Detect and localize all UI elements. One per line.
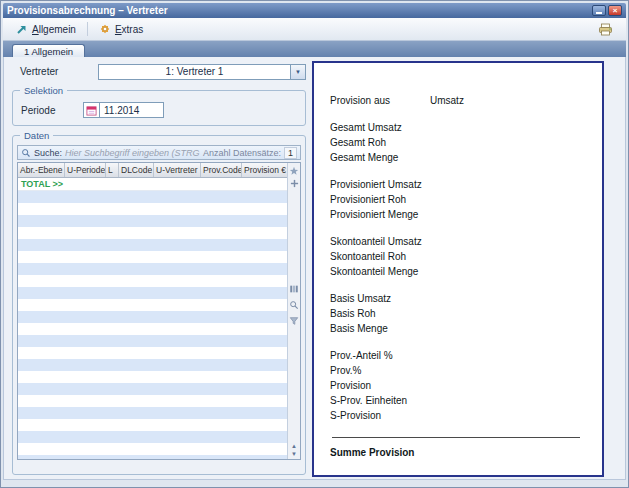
vertreter-row: Vertreter 1: Vertreter 1 ▼ [12, 63, 306, 80]
grid-side-toolbar: ▲ ▼ [287, 163, 300, 459]
search-label: Suche: [34, 148, 62, 158]
search-input[interactable] [65, 148, 200, 158]
daten-title: Daten [20, 130, 53, 141]
periode-row: Periode [13, 102, 305, 118]
close-button[interactable]: × [608, 5, 622, 16]
prov-prozent-label: Prov.% [330, 365, 430, 376]
add-row-button[interactable] [289, 178, 300, 189]
minimize-button[interactable] [592, 5, 606, 16]
calendar-icon [86, 105, 97, 116]
daten-groupbox: Daten Suche: Anzahl Datensätze: 1 Abr.-E… [12, 135, 306, 475]
provisioniert-menge-label: Provisioniert Menge [330, 209, 430, 220]
gesamt-umsatz-label: Gesamt Umsatz [330, 122, 430, 133]
grid-tools-group [288, 281, 300, 326]
scroll-up-icon[interactable]: ▲ [291, 443, 297, 449]
provision-group: Prov.-Anteil % Prov.% Provision S-Prov. … [330, 348, 590, 423]
main-toolbar: Allgemein Extras [3, 18, 626, 41]
summary-line: Gesamt Menge [330, 150, 590, 165]
grid-search-bar: Suche: Anzahl Datensätze: 1 [17, 145, 301, 160]
gesamt-menge-label: Gesamt Menge [330, 152, 430, 163]
title-bar: Provisionsabrechnung – Vertreter × [3, 3, 626, 18]
minimize-icon [596, 12, 602, 14]
chevron-down-icon[interactable]: ▼ [290, 65, 305, 79]
grid-rows-area[interactable] [18, 191, 287, 459]
record-count-value: 1 [284, 147, 297, 159]
basis-menge-label: Basis Menge [330, 323, 430, 334]
grid-total-row[interactable]: TOTAL >> [18, 178, 287, 191]
filter-icon [289, 316, 299, 326]
basis-roh-label: Basis Roh [330, 308, 430, 319]
selektion-title: Selektion [20, 85, 67, 96]
provision-aus-row: Provision aus Umsatz [330, 93, 590, 108]
summary-line: Skontoanteil Roh [330, 249, 590, 264]
provisioniert-roh-label: Provisioniert Roh [330, 194, 430, 205]
column-header-l[interactable]: L [106, 163, 119, 177]
calendar-picker-button[interactable] [83, 102, 100, 118]
grid-customize-button[interactable] [289, 165, 300, 176]
provisioniert-group: Provisioniert Umsatz Provisioniert Roh P… [330, 177, 590, 222]
provisioniert-umsatz-label: Provisioniert Umsatz [330, 179, 430, 190]
summary-line: Basis Roh [330, 306, 590, 321]
selektion-groupbox: Selektion Periode [12, 90, 306, 126]
app-window: Provisionsabrechnung – Vertreter × Allge… [0, 0, 629, 488]
periode-label: Periode [21, 105, 83, 116]
gesamt-roh-label: Gesamt Roh [330, 137, 430, 148]
summary-divider [332, 437, 580, 438]
data-grid: Abr.-Ebene U-Periode L DLCode U-Vertrete… [17, 162, 301, 460]
column-header-u-periode[interactable]: U-Periode [65, 163, 106, 177]
vertreter-selected-value: 1: Vertreter 1 [99, 65, 290, 79]
skontoanteil-group: Skontoanteil Umsatz Skontoanteil Roh Sko… [330, 234, 590, 279]
vertreter-label: Vertreter [20, 66, 98, 77]
summary-line: S-Prov. Einheiten [330, 393, 590, 408]
summary-line: Skontoanteil Umsatz [330, 234, 590, 249]
provision-label: Provision [330, 380, 430, 391]
periode-input[interactable] [100, 102, 164, 118]
star-icon [289, 166, 299, 176]
summe-provision-label: Summe Provision [330, 447, 590, 462]
allgemein-menu-label: Allgemein [32, 24, 76, 35]
summary-line: Provision [330, 378, 590, 393]
gear-icon [99, 23, 111, 35]
skontoanteil-roh-label: Skontoanteil Roh [330, 251, 430, 262]
arrow-up-right-icon [16, 23, 28, 35]
filter-button[interactable] [289, 315, 300, 326]
grid-main: Abr.-Ebene U-Periode L DLCode U-Vertrete… [18, 163, 287, 459]
column-header-u-vertreter[interactable]: U-Vertreter [154, 163, 201, 177]
vertreter-combobox[interactable]: 1: Vertreter 1 ▼ [98, 64, 306, 80]
prov-anteil-label: Prov.-Anteil % [330, 350, 430, 361]
basis-umsatz-label: Basis Umsatz [330, 293, 430, 304]
provision-aus-value: Umsatz [430, 95, 464, 106]
skontoanteil-umsatz-label: Skontoanteil Umsatz [330, 236, 430, 247]
summary-line: S-Provision [330, 408, 590, 423]
grid-scroll-group: ▲ ▼ [288, 443, 300, 457]
allgemein-menu-button[interactable]: Allgemein [8, 20, 84, 38]
summary-line: Prov.-Anteil % [330, 348, 590, 363]
zoom-button[interactable] [289, 299, 300, 310]
window-title: Provisionsabrechnung – Vertreter [7, 5, 590, 16]
columns-icon [289, 284, 299, 294]
plus-icon [290, 179, 299, 188]
magnifier-icon [289, 300, 299, 310]
columns-button[interactable] [289, 283, 300, 294]
summary-line: Gesamt Umsatz [330, 120, 590, 135]
scroll-down-icon[interactable]: ▼ [291, 451, 297, 457]
column-header-provision[interactable]: Provision € [242, 163, 287, 177]
s-prov-einheiten-label: S-Prov. Einheiten [330, 395, 430, 406]
tab-allgemein[interactable]: 1 Allgemein [12, 44, 85, 58]
record-count-label: Anzahl Datensätze: [203, 148, 281, 158]
column-header-dlcode[interactable]: DLCode [119, 163, 154, 177]
column-header-prov-code[interactable]: Prov.Code [201, 163, 242, 177]
column-header-abr-ebene[interactable]: Abr.-Ebene [18, 163, 65, 177]
print-button[interactable] [590, 20, 621, 39]
summary-line: Basis Menge [330, 321, 590, 336]
left-panel: Vertreter 1: Vertreter 1 ▼ Selektion Per… [12, 63, 306, 475]
content-area: Vertreter 1: Vertreter 1 ▼ Selektion Per… [3, 57, 626, 480]
summary-line: Provisioniert Menge [330, 207, 590, 222]
summary-content: Provision aus Umsatz Gesamt Umsatz Gesam… [314, 63, 602, 462]
grid-header-row: Abr.-Ebene U-Periode L DLCode U-Vertrete… [18, 163, 287, 178]
printer-icon [598, 23, 613, 36]
gesamt-group: Gesamt Umsatz Gesamt Roh Gesamt Menge [330, 120, 590, 165]
extras-menu-button[interactable]: Extras [91, 20, 151, 38]
summary-line: Provisioniert Roh [330, 192, 590, 207]
toolbar-separator [87, 22, 88, 36]
